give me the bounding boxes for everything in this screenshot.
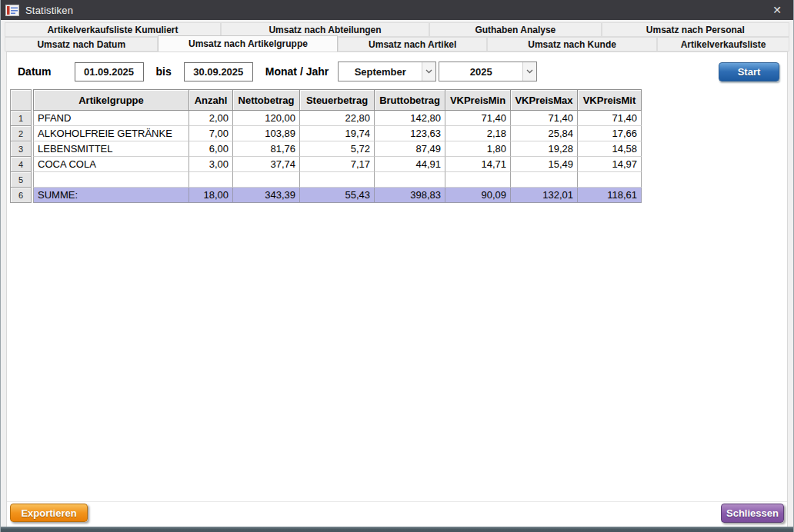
statistiken-window: Statistiken ✕ Artikelverkaufsliste Kumul… bbox=[0, 0, 794, 532]
window-bottom-edge bbox=[1, 527, 793, 532]
table-cell bbox=[578, 172, 642, 188]
start-button[interactable]: Start bbox=[719, 62, 779, 81]
tab-umsatz-nach-kunde[interactable]: Umsatz nach Kunde bbox=[487, 37, 657, 52]
table-cell: 19,74 bbox=[300, 126, 375, 141]
tab-row-bottom: Umsatz nach DatumUmsatz nach Artikelgrup… bbox=[5, 37, 789, 52]
table-cell: 71,40 bbox=[445, 111, 511, 126]
table-cell: 81,76 bbox=[233, 141, 300, 157]
column-header-steuerbetrag: Steuerbetrag bbox=[300, 89, 375, 111]
row-number: 1 bbox=[10, 111, 32, 126]
table-cell: 18,00 bbox=[189, 188, 233, 203]
window-title: Statistiken bbox=[25, 5, 73, 16]
tab-page-umsatz-nach-artikelgruppe: Datum bis Monat / Jahr September 2025 St… bbox=[6, 52, 788, 527]
table-cell: 15,49 bbox=[511, 157, 578, 172]
chevron-down-icon bbox=[422, 62, 435, 81]
datum-label: Datum bbox=[18, 65, 52, 78]
table-cell: 5,72 bbox=[300, 141, 375, 157]
results-area: ArtikelgruppeAnzahlNettobetragSteuerbetr… bbox=[7, 83, 787, 501]
table-cell: 2,18 bbox=[445, 126, 511, 141]
table-cell: 118,61 bbox=[578, 188, 642, 203]
table-cell: COCA COLA bbox=[33, 157, 189, 172]
tab-umsatz-nach-artikelgruppe[interactable]: Umsatz nach Artikelgruppe bbox=[158, 35, 338, 52]
year-select-value: 2025 bbox=[439, 62, 522, 81]
column-header-anzahl: Anzahl bbox=[189, 89, 233, 111]
table-cell bbox=[189, 172, 233, 188]
footer-bar: Exportieren Schliessen bbox=[7, 501, 787, 527]
tab-umsatz-nach-artikel[interactable]: Umsatz nach Artikel bbox=[338, 37, 487, 52]
month-select-value: September bbox=[339, 62, 422, 81]
year-select[interactable]: 2025 bbox=[439, 62, 537, 81]
row-number: 5 bbox=[10, 172, 32, 188]
table-cell: 6,00 bbox=[189, 141, 233, 157]
table-cell: 14,58 bbox=[578, 141, 642, 157]
table-cell: 14,71 bbox=[445, 157, 511, 172]
column-header-vkpreismit: VKPreisMit bbox=[578, 89, 642, 111]
table-cell: 343,39 bbox=[233, 188, 300, 203]
tab-guthaben-analyse[interactable]: Guthaben Analyse bbox=[429, 22, 602, 37]
bis-label: bis bbox=[156, 65, 172, 78]
table-corner-cell bbox=[10, 89, 32, 111]
table-cell: 7,00 bbox=[189, 126, 233, 141]
table-cell: 120,00 bbox=[233, 111, 300, 126]
date-from-input[interactable] bbox=[75, 62, 144, 81]
window-close-icon[interactable]: ✕ bbox=[766, 1, 789, 19]
table-cell bbox=[445, 172, 511, 188]
form-icon bbox=[5, 5, 19, 16]
table-cell: PFAND bbox=[33, 111, 189, 126]
table-cell: 132,01 bbox=[511, 188, 578, 203]
table-cell: 55,43 bbox=[300, 188, 375, 203]
table-cell: 22,80 bbox=[300, 111, 375, 126]
table-cell: 71,40 bbox=[578, 111, 642, 126]
month-select[interactable]: September bbox=[338, 62, 436, 81]
tab-strip: Artikelverkaufsliste KumuliertUmsatz nac… bbox=[1, 20, 793, 52]
column-header-nettobetrag: Nettobetrag bbox=[233, 89, 300, 111]
table-cell bbox=[375, 172, 445, 188]
table-cell bbox=[300, 172, 375, 188]
results-table: ArtikelgruppeAnzahlNettobetragSteuerbetr… bbox=[10, 89, 642, 203]
table-cell: SUMME: bbox=[33, 188, 189, 203]
row-number: 2 bbox=[10, 126, 32, 141]
table-cell: 19,28 bbox=[511, 141, 578, 157]
tab-umsatz-nach-datum[interactable]: Umsatz nach Datum bbox=[5, 37, 158, 52]
chevron-down-icon bbox=[522, 62, 536, 81]
column-header-artikelgruppe: Artikelgruppe bbox=[33, 89, 189, 111]
table-cell bbox=[33, 172, 189, 188]
table-cell: 71,40 bbox=[511, 111, 578, 126]
table-cell: 1,80 bbox=[445, 141, 511, 157]
table-cell: 398,83 bbox=[375, 188, 445, 203]
table-cell: 87,49 bbox=[375, 141, 445, 157]
row-number: 4 bbox=[10, 157, 32, 172]
table-cell: 123,63 bbox=[375, 126, 445, 141]
date-to-input[interactable] bbox=[184, 62, 253, 81]
table-cell: 3,00 bbox=[189, 157, 233, 172]
tab-artikelverkaufsliste[interactable]: Artikelverkaufsliste bbox=[657, 37, 789, 52]
row-number: 3 bbox=[10, 141, 32, 157]
table-cell bbox=[511, 172, 578, 188]
schliessen-button[interactable]: Schliessen bbox=[721, 504, 784, 523]
table-cell: 103,89 bbox=[233, 126, 300, 141]
table-cell: 14,97 bbox=[578, 157, 642, 172]
tab-umsatz-nach-personal[interactable]: Umsatz nach Personal bbox=[602, 22, 789, 37]
table-cell: 25,84 bbox=[511, 126, 578, 141]
table-cell: 37,74 bbox=[233, 157, 300, 172]
tab-row-top: Artikelverkaufsliste KumuliertUmsatz nac… bbox=[5, 22, 789, 37]
column-header-bruttobetrag: Bruttobetrag bbox=[375, 89, 445, 111]
filter-bar: Datum bis Monat / Jahr September 2025 St… bbox=[7, 52, 787, 83]
export-button[interactable]: Exportieren bbox=[10, 504, 88, 522]
column-header-vkpreismax: VKPreisMax bbox=[511, 89, 578, 111]
table-cell: LEBENSMITTEL bbox=[33, 141, 189, 157]
table-cell: 142,80 bbox=[375, 111, 445, 126]
table-cell: 2,00 bbox=[189, 111, 233, 126]
monat-jahr-label: Monat / Jahr bbox=[265, 65, 329, 78]
table-cell: ALKOHOLFREIE GETRÄNKE bbox=[33, 126, 189, 141]
table-cell: 44,91 bbox=[375, 157, 445, 172]
column-header-vkpreismin: VKPreisMin bbox=[445, 89, 511, 111]
table-cell: 17,66 bbox=[578, 126, 642, 141]
row-number: 6 bbox=[10, 188, 32, 203]
titlebar: Statistiken ✕ bbox=[1, 0, 793, 20]
table-cell: 7,17 bbox=[300, 157, 375, 172]
table-cell bbox=[233, 172, 300, 188]
table-cell: 90,09 bbox=[445, 188, 511, 203]
